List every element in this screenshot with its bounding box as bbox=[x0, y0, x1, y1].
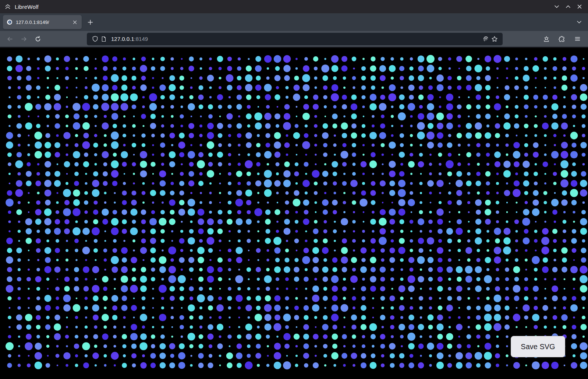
fingerprint-protection-icon[interactable] bbox=[481, 35, 490, 43]
close-icon bbox=[577, 4, 582, 9]
dot-grid-art bbox=[0, 48, 588, 378]
window-title: LibreWolf bbox=[15, 4, 39, 10]
forward-button[interactable] bbox=[18, 34, 29, 45]
tab-favicon-icon bbox=[7, 19, 13, 25]
tab-title: 127.0.0.1:8149/ bbox=[16, 20, 71, 25]
back-button[interactable] bbox=[4, 34, 15, 45]
tab-active[interactable]: 127.0.0.1:8149/ bbox=[3, 15, 82, 29]
new-tab-icon bbox=[88, 20, 93, 25]
navigation-toolbar: 127.0.0.1:8149 bbox=[0, 31, 588, 48]
window-controls bbox=[553, 3, 584, 11]
maximize-button[interactable] bbox=[564, 3, 572, 11]
minimize-icon bbox=[554, 4, 559, 9]
library-button[interactable] bbox=[541, 34, 552, 45]
url-port: :8149 bbox=[134, 36, 148, 42]
close-button[interactable] bbox=[575, 3, 584, 11]
url-bar[interactable]: 127.0.0.1:8149 bbox=[87, 33, 503, 45]
tab-close-icon bbox=[73, 20, 77, 24]
url-host: 127.0.0.1 bbox=[111, 36, 134, 42]
collapse-chevrons-icon[interactable] bbox=[4, 3, 11, 10]
tab-bar: 127.0.0.1:8149/ bbox=[0, 13, 588, 31]
bookmark-star-icon[interactable] bbox=[490, 35, 499, 43]
titlebar: LibreWolf bbox=[0, 0, 588, 13]
menu-hamburger-icon bbox=[574, 36, 581, 42]
list-all-tabs-icon bbox=[577, 20, 582, 25]
save-svg-button[interactable]: Save SVG bbox=[511, 336, 565, 357]
library-star-tray-icon bbox=[543, 36, 550, 42]
url-text: 127.0.0.1:8149 bbox=[111, 36, 148, 42]
page-content: Save SVG bbox=[0, 48, 588, 378]
navbar-right-buttons bbox=[541, 34, 585, 45]
extensions-button[interactable] bbox=[556, 34, 567, 45]
reload-icon bbox=[35, 36, 41, 42]
back-icon bbox=[7, 36, 13, 42]
tab-close-button[interactable] bbox=[71, 18, 79, 26]
new-tab-button[interactable] bbox=[85, 17, 96, 28]
shield-icon[interactable] bbox=[91, 35, 99, 43]
forward-icon bbox=[21, 36, 27, 42]
reload-button[interactable] bbox=[32, 34, 43, 45]
page-icon[interactable] bbox=[99, 35, 108, 43]
menu-button[interactable] bbox=[572, 34, 583, 45]
list-all-tabs-button[interactable] bbox=[574, 17, 584, 27]
minimize-button[interactable] bbox=[553, 3, 561, 11]
browser-window: LibreWolf 127.0.0.1:8149/ bbox=[0, 0, 588, 379]
extensions-puzzle-icon bbox=[559, 36, 565, 42]
maximize-icon bbox=[566, 4, 571, 9]
